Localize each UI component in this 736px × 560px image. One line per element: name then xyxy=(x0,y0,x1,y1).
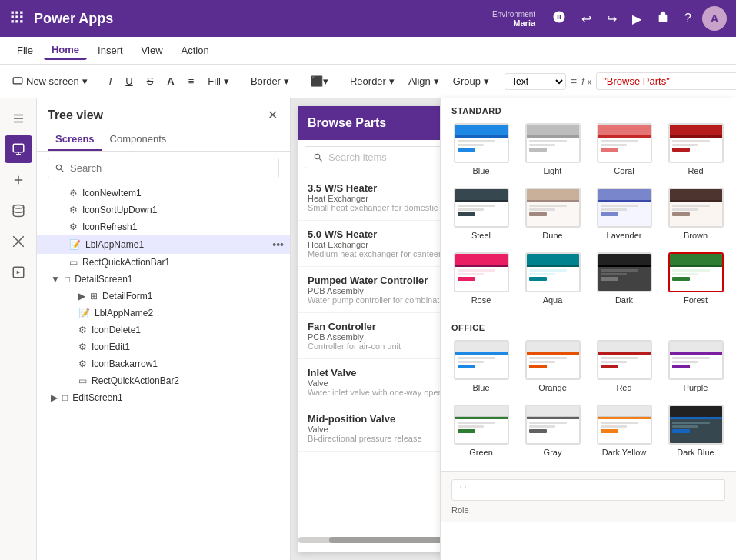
menu-insert[interactable]: Insert xyxy=(90,42,131,59)
expand-icon[interactable]: ▶ xyxy=(51,392,58,403)
role-dots: ' ' xyxy=(460,485,466,495)
icon-indicator: ⚙ xyxy=(69,205,78,215)
list-item[interactable]: ⚙ IconDelete1 xyxy=(37,322,290,338)
menu-home[interactable]: Home xyxy=(44,41,87,60)
theme-office-gray[interactable]: Gray xyxy=(520,402,585,460)
list-item-selected[interactable]: 📝 LblAppName1 ••• xyxy=(37,235,290,254)
theme-dark[interactable]: Dark xyxy=(591,249,657,308)
theme-office-orange[interactable]: Orange xyxy=(520,337,585,395)
theme-office-green[interactable]: Green xyxy=(448,402,514,460)
more-options-icon[interactable]: ••• xyxy=(272,238,284,251)
expand-button[interactable]: ⬛▾ xyxy=(305,72,335,90)
theme-red[interactable]: Red xyxy=(663,120,728,178)
theme-office-purple[interactable]: Purple xyxy=(663,337,728,395)
theme-light[interactable]: Light xyxy=(520,120,585,178)
list-item[interactable]: ▭ RectQuickActionBar2 xyxy=(37,372,290,389)
formula-input[interactable] xyxy=(596,72,736,90)
theme-office-dark-yellow[interactable]: Dark Yellow xyxy=(591,402,657,460)
share-icon-btn[interactable] xyxy=(652,8,674,29)
collapse-icon[interactable]: ▼ xyxy=(51,274,60,285)
align-button[interactable]: Align▾ xyxy=(402,72,445,90)
format-strikethrough-btn[interactable]: S xyxy=(141,72,160,90)
help-icon-btn[interactable]: ? xyxy=(680,8,696,28)
theme-blue[interactable]: Blue xyxy=(448,120,514,178)
theme-label-rose: Rose xyxy=(471,295,491,305)
avatar[interactable]: A xyxy=(702,6,727,31)
form-icon: ⊞ xyxy=(90,291,98,302)
menu-file[interactable]: File xyxy=(9,42,41,59)
expand-icon[interactable]: ▶ xyxy=(78,291,85,302)
theme-steel[interactable]: Steel xyxy=(448,185,514,243)
label-indicator: 📝 xyxy=(69,239,81,250)
theme-coral[interactable]: Coral xyxy=(591,120,657,178)
search-placeholder: Search items xyxy=(328,152,387,163)
theme-preview-dune xyxy=(525,188,581,228)
theme-office-red[interactable]: Red xyxy=(591,337,657,395)
theme-preview-rose xyxy=(454,252,509,292)
theme-rose[interactable]: Rose xyxy=(448,249,514,308)
list-item[interactable]: ⚙ IconRefresh1 xyxy=(37,218,290,235)
theme-aqua[interactable]: Aqua xyxy=(520,249,585,308)
sidebar-home-btn[interactable] xyxy=(5,105,32,132)
theme-office-blue[interactable]: Blue xyxy=(448,337,514,395)
list-item[interactable]: ▶ □ EditScreen1 xyxy=(37,389,290,406)
svg-rect-6 xyxy=(12,20,14,22)
tab-components[interactable]: Components xyxy=(102,128,175,151)
border-button[interactable]: Border▾ xyxy=(245,72,295,90)
list-item[interactable]: ⚙ IconEdit1 xyxy=(37,338,290,355)
grid-icon[interactable] xyxy=(9,9,25,28)
list-item[interactable]: ⚙ IconBackarrow1 xyxy=(37,355,290,372)
theme-label-office-red: Red xyxy=(616,383,631,392)
theme-lavender[interactable]: Lavender xyxy=(591,185,657,243)
menu-action[interactable]: Action xyxy=(174,42,217,59)
formula-fx-btn[interactable]: fx xyxy=(581,75,591,87)
theme-preview-office-dark-blue xyxy=(668,405,724,445)
redo-icon-btn[interactable]: ↪ xyxy=(602,8,621,29)
list-item[interactable]: ▼ □ DetailScreen1 xyxy=(37,271,290,288)
sidebar-media-btn[interactable] xyxy=(5,258,32,286)
svg-rect-5 xyxy=(20,15,22,18)
theme-brown[interactable]: Brown xyxy=(663,185,728,243)
format-underline-btn[interactable]: U xyxy=(119,72,138,90)
theme-dune[interactable]: Dune xyxy=(520,185,585,243)
list-item[interactable]: ▭ RectQuickActionBar1 xyxy=(37,254,290,271)
property-select[interactable]: Text xyxy=(505,73,566,90)
theme-preview-aqua xyxy=(525,252,581,292)
person-icon-btn[interactable] xyxy=(548,7,571,30)
item-label: IconSortUpDown1 xyxy=(82,205,157,215)
tree-tabs: Screens Components xyxy=(37,128,290,152)
item-label: IconBackarrow1 xyxy=(92,358,158,369)
theme-office-dark-blue[interactable]: Dark Blue xyxy=(663,402,728,460)
align-label: Align xyxy=(408,75,431,87)
format-italic-btn[interactable]: I xyxy=(103,72,118,90)
new-screen-button[interactable]: New screen ▾ xyxy=(6,72,94,90)
fill-label: Fill xyxy=(208,75,221,87)
list-item[interactable]: ⚙ IconNewItem1 xyxy=(37,185,290,202)
format-align-btn[interactable]: ≡ xyxy=(182,72,201,90)
format-font-btn[interactable]: A xyxy=(161,72,180,90)
tree-close-button[interactable]: ✕ xyxy=(266,106,279,124)
list-item[interactable]: 📝 LblAppName2 xyxy=(37,305,290,322)
fill-button[interactable]: Fill▾ xyxy=(201,72,235,90)
list-item[interactable]: ⚙ IconSortUpDown1 xyxy=(37,202,290,218)
group-button[interactable]: Group▾ xyxy=(447,72,495,90)
sidebar-screens-btn[interactable] xyxy=(5,135,32,163)
svg-rect-10 xyxy=(13,144,24,152)
menu-view[interactable]: View xyxy=(134,42,171,59)
list-item[interactable]: ▶ ⊞ DetailForm1 xyxy=(37,288,290,305)
sidebar-data-btn[interactable] xyxy=(5,197,32,225)
sidebar-add-btn[interactable] xyxy=(5,166,32,194)
undo-icon-btn[interactable]: ↩ xyxy=(577,8,596,29)
item-label: IconEdit1 xyxy=(92,342,130,352)
sidebar-variable-btn[interactable] xyxy=(5,228,32,255)
reorder-button[interactable]: Reorder▾ xyxy=(344,72,401,90)
theme-label-aqua: Aqua xyxy=(543,295,563,305)
scrollbar-thumb[interactable] xyxy=(329,537,452,543)
tab-screens[interactable]: Screens xyxy=(48,128,102,151)
play-icon-btn[interactable]: ▶ xyxy=(628,8,646,29)
theme-forest[interactable]: Forest xyxy=(663,249,728,308)
search-input[interactable] xyxy=(48,158,279,178)
svg-rect-4 xyxy=(15,15,18,18)
rect-indicator: ▭ xyxy=(69,257,78,268)
screen-icon: □ xyxy=(65,274,70,285)
